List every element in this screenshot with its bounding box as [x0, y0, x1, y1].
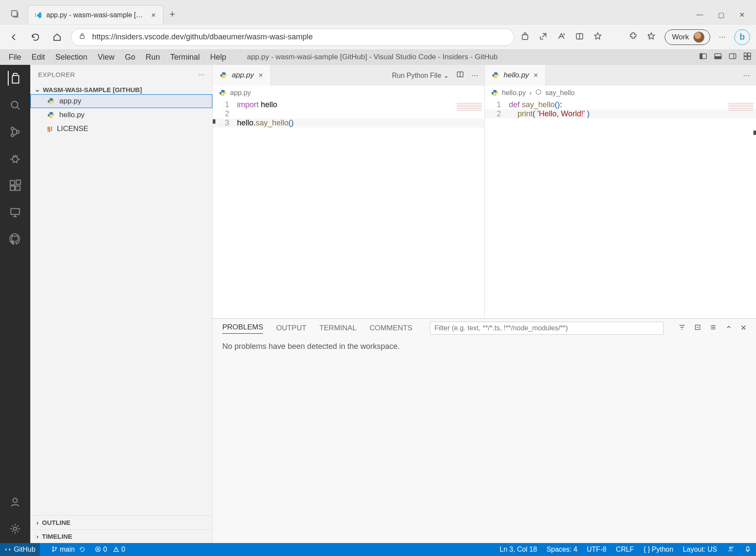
panel-tab-output[interactable]: OUTPUT: [276, 324, 306, 332]
close-tab-icon[interactable]: ✕: [150, 11, 157, 19]
status-remote[interactable]: GitHub: [0, 543, 40, 556]
minimap[interactable]: [728, 103, 753, 111]
menu-go[interactable]: Go: [121, 51, 140, 64]
menu-edit[interactable]: Edit: [27, 51, 49, 64]
search-activity-icon[interactable]: [8, 98, 22, 112]
settings-activity-icon[interactable]: [8, 521, 22, 536]
file-name: LICENSE: [57, 125, 88, 133]
status-cursor-position[interactable]: Ln 3, Col 18: [500, 546, 537, 553]
explorer-activity-icon[interactable]: [8, 71, 22, 86]
panel-close-icon[interactable]: ✕: [740, 323, 746, 333]
refresh-button[interactable]: [28, 29, 43, 45]
code-line[interactable]: 1import hello: [213, 100, 484, 109]
customize-layout-icon[interactable]: [743, 52, 752, 63]
vscode-favicon: [34, 11, 42, 19]
collections-icon[interactable]: [647, 32, 656, 43]
site-lock-icon[interactable]: [78, 32, 86, 42]
code-line[interactable]: 2: [213, 109, 484, 118]
minimap[interactable]: [457, 103, 482, 111]
menu-file[interactable]: File: [4, 51, 26, 64]
window-maximize-icon[interactable]: ▢: [718, 11, 724, 19]
view-as-list-icon[interactable]: [709, 323, 717, 333]
menu-run[interactable]: Run: [141, 51, 164, 64]
address-bar[interactable]: https://insiders.vscode.dev/github/dbaeu…: [71, 29, 514, 46]
explorer-more-icon[interactable]: ⋯: [198, 70, 205, 78]
extensions-browser-icon[interactable]: [628, 32, 638, 43]
file-row-hello[interactable]: hello.py: [30, 108, 212, 122]
chevron-down-icon: ⌄: [443, 72, 449, 79]
new-tab-button[interactable]: +: [170, 9, 175, 20]
timeline-section[interactable]: ›TIMELINE: [30, 529, 212, 543]
accounts-activity-icon[interactable]: [8, 495, 22, 509]
tab-overview-icon[interactable]: [7, 6, 22, 22]
svg-point-14: [11, 127, 14, 130]
status-language[interactable]: { }Python: [644, 546, 673, 553]
status-layout[interactable]: Layout: US: [683, 546, 717, 553]
panel-tab-comments[interactable]: COMMENTS: [369, 324, 412, 332]
breadcrumb[interactable]: app.py: [213, 86, 484, 100]
line-content: print( 'Hello, World!' ): [509, 109, 590, 118]
menu-help[interactable]: Help: [206, 51, 231, 64]
breadcrumb[interactable]: hello.py › say_hello: [485, 86, 756, 100]
window-minimize-icon[interactable]: —: [696, 11, 703, 19]
close-tab-icon[interactable]: ✕: [533, 72, 538, 79]
status-notifications-icon[interactable]: [744, 545, 752, 554]
editor-tab-hello[interactable]: hello.py ✕: [485, 65, 546, 86]
code-editor-left[interactable]: 1import hello23hello.say_hello(): [213, 100, 484, 318]
editor-tab-app[interactable]: app.py ✕: [213, 65, 271, 86]
more-browser-icon[interactable]: ⋯: [719, 33, 726, 41]
read-aloud-icon[interactable]: [557, 32, 566, 43]
panel-maximize-icon[interactable]: [725, 323, 733, 333]
home-button[interactable]: [49, 29, 65, 45]
panel-tab-terminal[interactable]: TERMINAL: [319, 324, 356, 332]
browser-tab[interactable]: app.py - wasm-wasi-sample [Git... ✕: [28, 5, 163, 24]
status-eol[interactable]: CRLF: [616, 546, 634, 553]
code-line[interactable]: 2 print( 'Hello, World!' ): [485, 109, 756, 118]
open-external-icon[interactable]: [538, 32, 548, 43]
split-editor-icon[interactable]: [456, 70, 464, 80]
github-activity-icon[interactable]: [8, 232, 22, 246]
menu-selection[interactable]: Selection: [51, 51, 92, 64]
status-spaces[interactable]: Spaces: 4: [547, 546, 577, 553]
source-control-activity-icon[interactable]: [8, 125, 22, 139]
menu-terminal[interactable]: Terminal: [166, 51, 204, 64]
python-file-icon: [492, 71, 500, 79]
run-debug-activity-icon[interactable]: [8, 151, 22, 166]
toggle-secondary-sidebar-icon[interactable]: [728, 52, 737, 63]
status-problems[interactable]: 0 0: [95, 546, 125, 553]
back-button[interactable]: [6, 29, 22, 45]
panel-tab-problems[interactable]: PROBLEMS: [222, 323, 263, 334]
status-branch[interactable]: main: [51, 546, 86, 553]
status-encoding[interactable]: UTF-8: [587, 546, 606, 553]
filter-icon[interactable]: [678, 323, 686, 333]
line-number: 1: [213, 100, 237, 109]
status-feedback-icon[interactable]: [727, 545, 734, 554]
menu-bar: File Edit Selection View Go Run Terminal…: [0, 49, 756, 65]
toggle-panel-icon[interactable]: [714, 52, 722, 63]
file-row-app[interactable]: app.py: [30, 94, 212, 108]
close-tab-icon[interactable]: ✕: [258, 72, 263, 79]
problems-filter-input[interactable]: [430, 322, 663, 335]
url-text: https://insiders.vscode.dev/github/dbaeu…: [92, 32, 313, 42]
window-close-icon[interactable]: ✕: [739, 11, 745, 19]
svg-point-16: [16, 131, 19, 133]
menu-view[interactable]: View: [93, 51, 119, 64]
code-line[interactable]: 1def say_hello():: [485, 100, 756, 109]
code-line[interactable]: 3hello.say_hello(): [213, 118, 484, 128]
split-screen-icon[interactable]: [575, 32, 584, 43]
remote-explorer-activity-icon[interactable]: [8, 205, 22, 220]
toggle-primary-sidebar-icon[interactable]: [699, 52, 708, 63]
file-row-license[interactable]: §! LICENSE: [30, 122, 212, 136]
favorites-icon[interactable]: [593, 32, 602, 43]
bing-chat-icon[interactable]: b: [734, 29, 750, 45]
run-python-button[interactable]: Run Python File ⌄: [392, 71, 448, 80]
shopping-icon[interactable]: [520, 32, 530, 43]
code-editor-right[interactable]: 1def say_hello():2 print( 'Hello, World!…: [485, 100, 756, 318]
extensions-activity-icon[interactable]: [8, 178, 22, 193]
outline-section[interactable]: ›OUTLINE: [30, 515, 212, 529]
editor-more-icon[interactable]: ⋯: [743, 71, 750, 80]
profile-pill[interactable]: Work: [665, 29, 710, 45]
collapse-all-icon[interactable]: [694, 323, 702, 333]
explorer-repo-section[interactable]: ⌄ WASM-WASI-SAMPLE [GITHUB]: [30, 84, 212, 94]
editor-more-icon[interactable]: ⋯: [471, 71, 478, 80]
